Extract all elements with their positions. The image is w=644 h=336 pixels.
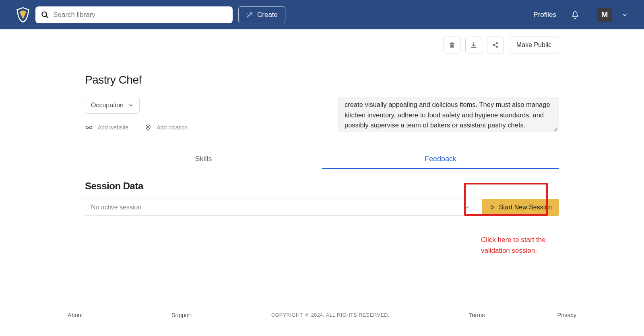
trash-icon bbox=[448, 41, 456, 49]
bell-icon[interactable] bbox=[571, 10, 580, 20]
top-nav: Create Profiles M bbox=[0, 0, 644, 29]
annotation-text: Click here to start the validation sessi… bbox=[481, 234, 561, 256]
svg-point-4 bbox=[252, 15, 252, 16]
search-icon bbox=[41, 11, 49, 19]
chevron-down-icon bbox=[464, 204, 470, 211]
page-title: Pastry Chef bbox=[85, 74, 559, 86]
occupation-label: Occupation bbox=[91, 102, 124, 109]
footer-support-link[interactable]: Support bbox=[171, 312, 192, 318]
svg-point-6 bbox=[496, 43, 497, 44]
make-public-button[interactable]: Make Public bbox=[509, 37, 559, 53]
share-button[interactable] bbox=[487, 37, 504, 53]
occupation-select[interactable]: Occupation bbox=[85, 97, 140, 114]
add-website-label: Add website bbox=[98, 124, 128, 131]
search-container bbox=[35, 6, 233, 23]
svg-line-1 bbox=[46, 16, 48, 18]
session-placeholder: No active session bbox=[91, 204, 141, 211]
avatar[interactable]: M bbox=[597, 8, 612, 22]
create-button[interactable]: Create bbox=[238, 6, 285, 23]
delete-button[interactable] bbox=[444, 37, 460, 53]
session-row: No active session Start New Session bbox=[85, 199, 559, 216]
app-logo bbox=[16, 7, 30, 23]
chevron-down-icon[interactable] bbox=[621, 12, 628, 18]
add-website-link[interactable]: Add website bbox=[85, 123, 128, 131]
play-icon bbox=[489, 204, 495, 211]
download-button[interactable] bbox=[465, 37, 482, 53]
add-location-label: Add location bbox=[157, 124, 188, 131]
copyright-icon bbox=[305, 313, 310, 318]
chevron-down-icon bbox=[128, 102, 134, 108]
tab-bar: Skills Feedback bbox=[85, 149, 559, 169]
svg-point-5 bbox=[493, 44, 494, 45]
link-icon bbox=[85, 123, 93, 131]
footer-about-link[interactable]: About bbox=[68, 312, 83, 318]
session-select[interactable]: No active session bbox=[85, 199, 476, 216]
share-icon bbox=[492, 41, 499, 49]
download-icon bbox=[470, 41, 477, 49]
description-textarea[interactable] bbox=[339, 97, 559, 131]
start-session-label: Start New Session bbox=[499, 204, 552, 211]
page-actions: Make Public bbox=[85, 37, 559, 53]
meta-row: Occupation Add website Add location bbox=[85, 97, 559, 133]
magic-wand-icon bbox=[246, 11, 253, 18]
svg-point-2 bbox=[248, 13, 248, 14]
start-new-session-button[interactable]: Start New Session bbox=[482, 199, 559, 216]
footer: About Support COPYRIGHT 2024. ALL RIGHTS… bbox=[0, 312, 644, 318]
create-label: Create bbox=[257, 11, 278, 19]
svg-point-3 bbox=[249, 12, 250, 12]
svg-point-7 bbox=[496, 46, 497, 47]
search-input[interactable] bbox=[53, 11, 227, 19]
location-pin-icon bbox=[144, 123, 152, 131]
footer-copyright: COPYRIGHT 2024. ALL RIGHTS RESERVED. bbox=[271, 312, 390, 318]
main-content: Make Public Pastry Chef Occupation Add w… bbox=[85, 29, 559, 256]
footer-privacy-link[interactable]: Privacy bbox=[557, 312, 576, 318]
session-section-title: Session Data bbox=[85, 180, 559, 192]
tab-skills[interactable]: Skills bbox=[85, 149, 322, 169]
profiles-link[interactable]: Profiles bbox=[533, 11, 556, 19]
svg-point-9 bbox=[305, 313, 309, 317]
footer-terms-link[interactable]: Terms bbox=[469, 312, 485, 318]
svg-point-8 bbox=[147, 126, 149, 128]
tab-feedback[interactable]: Feedback bbox=[322, 149, 559, 169]
add-location-link[interactable]: Add location bbox=[144, 123, 188, 131]
